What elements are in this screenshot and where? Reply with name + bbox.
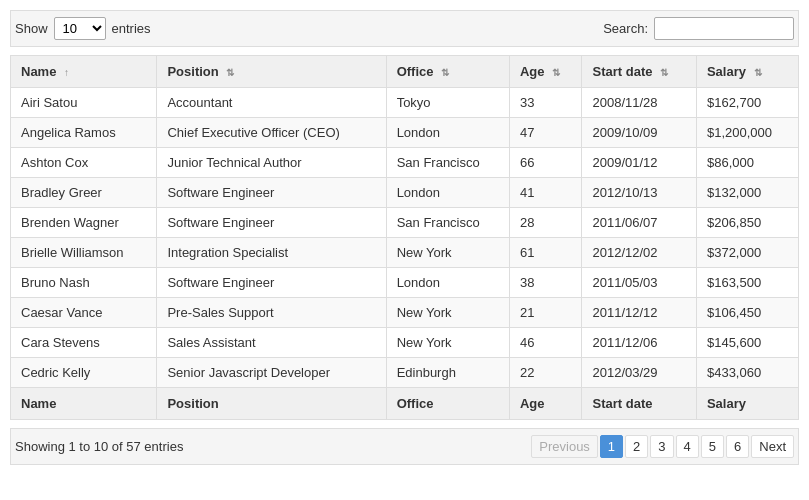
cell-salary: $206,850 <box>696 208 798 238</box>
cell-age: 46 <box>509 328 582 358</box>
cell-office: Tokyo <box>386 88 509 118</box>
footer-col-position: Position <box>157 388 386 420</box>
footer-col-office: Office <box>386 388 509 420</box>
col-startdate-label: Start date <box>592 64 652 79</box>
cell-age: 38 <box>509 268 582 298</box>
cell-age: 28 <box>509 208 582 238</box>
cell-name: Airi Satou <box>11 88 157 118</box>
table-body: Airi SatouAccountantTokyo332008/11/28$16… <box>11 88 799 388</box>
cell-position: Pre-Sales Support <box>157 298 386 328</box>
cell-age: 61 <box>509 238 582 268</box>
cell-salary: $106,450 <box>696 298 798 328</box>
cell-office: London <box>386 178 509 208</box>
header-row: Name Position Office Age Start date <box>11 56 799 88</box>
datatable-top: Show 10 25 50 100 entries Search: <box>10 10 799 47</box>
cell-salary: $163,500 <box>696 268 798 298</box>
table-row: Airi SatouAccountantTokyo332008/11/28$16… <box>11 88 799 118</box>
footer-row: Name Position Office Age Start date Sala… <box>11 388 799 420</box>
prev-button[interactable]: Previous <box>531 435 598 458</box>
page-6-button[interactable]: 6 <box>726 435 749 458</box>
cell-position: Software Engineer <box>157 208 386 238</box>
footer-col-salary: Salary <box>696 388 798 420</box>
table-row: Bradley GreerSoftware EngineerLondon4120… <box>11 178 799 208</box>
cell-age: 66 <box>509 148 582 178</box>
sort-icon-position <box>226 67 234 78</box>
sort-icon-salary <box>754 67 762 78</box>
col-office-label: Office <box>397 64 434 79</box>
cell-start_date: 2012/12/02 <box>582 238 696 268</box>
cell-start_date: 2011/12/12 <box>582 298 696 328</box>
table-row: Bruno NashSoftware EngineerLondon382011/… <box>11 268 799 298</box>
col-name-label: Name <box>21 64 56 79</box>
cell-position: Sales Assistant <box>157 328 386 358</box>
col-header-age[interactable]: Age <box>509 56 582 88</box>
cell-age: 47 <box>509 118 582 148</box>
show-entries: Show 10 25 50 100 entries <box>15 17 151 40</box>
cell-name: Brenden Wagner <box>11 208 157 238</box>
cell-position: Junior Technical Author <box>157 148 386 178</box>
cell-position: Integration Specialist <box>157 238 386 268</box>
cell-office: New York <box>386 328 509 358</box>
cell-salary: $372,000 <box>696 238 798 268</box>
cell-age: 33 <box>509 88 582 118</box>
table-row: Cara StevensSales AssistantNew York46201… <box>11 328 799 358</box>
footer-col-age: Age <box>509 388 582 420</box>
next-button[interactable]: Next <box>751 435 794 458</box>
cell-office: San Francisco <box>386 148 509 178</box>
sort-icon-office <box>441 67 449 78</box>
search-box: Search: <box>603 17 794 40</box>
cell-name: Angelica Ramos <box>11 118 157 148</box>
footer-col-start-date: Start date <box>582 388 696 420</box>
table-row: Ashton CoxJunior Technical AuthorSan Fra… <box>11 148 799 178</box>
cell-office: London <box>386 118 509 148</box>
show-label: Show <box>15 21 48 36</box>
cell-office: New York <box>386 238 509 268</box>
col-header-salary[interactable]: Salary <box>696 56 798 88</box>
cell-name: Cedric Kelly <box>11 358 157 388</box>
cell-age: 21 <box>509 298 582 328</box>
cell-start_date: 2011/06/07 <box>582 208 696 238</box>
page-3-button[interactable]: 3 <box>650 435 673 458</box>
datatable-bottom: Showing 1 to 10 of 57 entries Previous 1… <box>10 428 799 465</box>
table-row: Caesar VancePre-Sales SupportNew York212… <box>11 298 799 328</box>
datatable-wrapper: Show 10 25 50 100 entries Search: Name P <box>0 0 809 475</box>
col-header-name[interactable]: Name <box>11 56 157 88</box>
cell-start_date: 2009/01/12 <box>582 148 696 178</box>
cell-position: Software Engineer <box>157 268 386 298</box>
cell-salary: $132,000 <box>696 178 798 208</box>
cell-position: Senior Javascript Developer <box>157 358 386 388</box>
col-salary-label: Salary <box>707 64 746 79</box>
cell-salary: $162,700 <box>696 88 798 118</box>
cell-age: 41 <box>509 178 582 208</box>
footer-col-name: Name <box>11 388 157 420</box>
page-1-button[interactable]: 1 <box>600 435 623 458</box>
col-header-office[interactable]: Office <box>386 56 509 88</box>
cell-name: Brielle Williamson <box>11 238 157 268</box>
cell-position: Accountant <box>157 88 386 118</box>
page-5-button[interactable]: 5 <box>701 435 724 458</box>
table-row: Brenden WagnerSoftware EngineerSan Franc… <box>11 208 799 238</box>
cell-start_date: 2009/10/09 <box>582 118 696 148</box>
cell-position: Software Engineer <box>157 178 386 208</box>
sort-icon-age <box>552 67 560 78</box>
cell-salary: $433,060 <box>696 358 798 388</box>
cell-name: Bruno Nash <box>11 268 157 298</box>
cell-salary: $86,000 <box>696 148 798 178</box>
cell-age: 22 <box>509 358 582 388</box>
table-row: Brielle WilliamsonIntegration Specialist… <box>11 238 799 268</box>
cell-salary: $1,200,000 <box>696 118 798 148</box>
entries-label: entries <box>112 21 151 36</box>
showing-info: Showing 1 to 10 of 57 entries <box>15 439 183 454</box>
table-row: Cedric KellySenior Javascript DeveloperE… <box>11 358 799 388</box>
page-4-button[interactable]: 4 <box>676 435 699 458</box>
cell-office: Edinburgh <box>386 358 509 388</box>
cell-start_date: 2008/11/28 <box>582 88 696 118</box>
col-age-label: Age <box>520 64 545 79</box>
page-2-button[interactable]: 2 <box>625 435 648 458</box>
entries-select[interactable]: 10 25 50 100 <box>54 17 106 40</box>
search-input[interactable] <box>654 17 794 40</box>
cell-salary: $145,600 <box>696 328 798 358</box>
col-header-start-date[interactable]: Start date <box>582 56 696 88</box>
cell-name: Ashton Cox <box>11 148 157 178</box>
col-header-position[interactable]: Position <box>157 56 386 88</box>
